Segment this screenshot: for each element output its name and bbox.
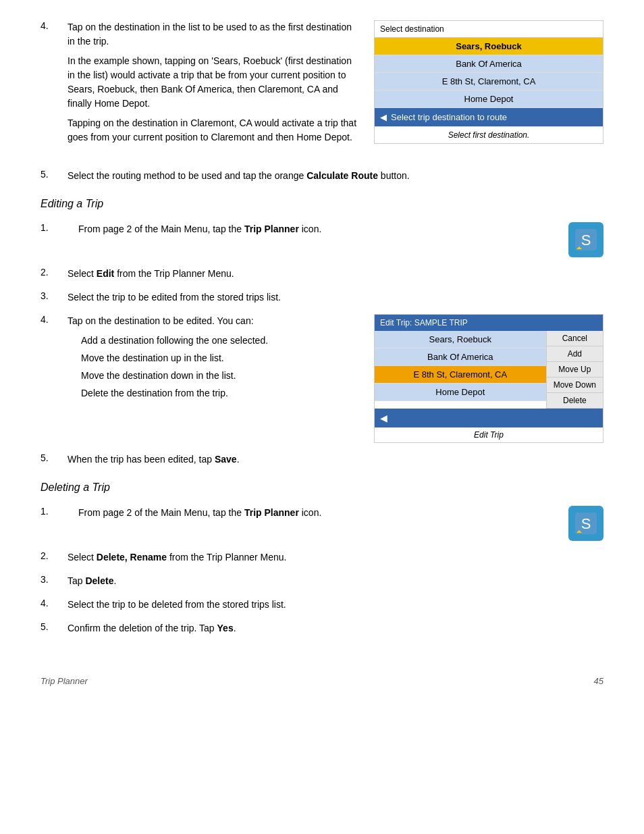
- edit-step4: 4. Tap on the destination to be edited. …: [41, 314, 360, 406]
- del-step5-number: 5.: [41, 621, 68, 632]
- del-s2-bold: Delete, Rename: [97, 552, 167, 563]
- edit-trip-title: Edit Trip: SAMPLE TRIP: [375, 315, 603, 331]
- del-step2-text: Select Delete, Rename from the Trip Plan…: [68, 550, 603, 565]
- del-s5-t2: .: [234, 623, 236, 633]
- edit-step1-row: 1. From page 2 of the Main Menu, tap the…: [41, 222, 603, 257]
- step4: 4. Tap on the destination in the list to…: [41, 20, 360, 150]
- edit-trip-footer: Edit Trip: [375, 427, 603, 442]
- edit-trip-body: Sears, Roebuck Bank Of America E 8th St,…: [375, 331, 603, 409]
- del-s3-t1: Tap: [68, 575, 85, 586]
- edit-step1-t2: icon.: [299, 224, 321, 234]
- step4-para1: Tap on the destination in the list to be…: [68, 20, 360, 49]
- step4-para3: Tapping on the destination in Claremont,…: [68, 116, 360, 145]
- del-step1-number: 1.: [41, 506, 68, 517]
- move-down-btn[interactable]: Move Down: [547, 377, 603, 393]
- step5-text1: Select the routing method to be used and…: [68, 170, 306, 181]
- edit-step4-intro: Tap on the destination to be edited. You…: [68, 314, 360, 328]
- footer-right: 45: [594, 676, 603, 686]
- step4-content: Tap on the destination in the list to be…: [68, 20, 360, 150]
- dest-row-homedepot: Home Depot: [375, 90, 603, 108]
- edit-step4-text-col: 4. Tap on the destination to be edited. …: [41, 314, 360, 415]
- svg-text:S: S: [581, 232, 591, 249]
- del-step1-text: From page 2 of the Main Menu, tap the Tr…: [78, 506, 558, 520]
- delete-btn[interactable]: Delete: [547, 393, 603, 409]
- del-s1-bold: Trip Planner: [244, 507, 299, 518]
- step5-text2: button.: [378, 170, 410, 181]
- edit-step1-t1: From page 2 of the Main Menu, tap the: [78, 224, 244, 234]
- del-s1-t2: icon.: [299, 507, 321, 518]
- edit-step4-content: Tap on the destination to be edited. You…: [68, 314, 360, 406]
- editing-heading: Editing a Trip: [41, 198, 603, 210]
- edit-step1-bold: Trip Planner: [244, 224, 299, 234]
- step5-number: 5.: [41, 169, 68, 180]
- deleting-section: Deleting a Trip 1. From page 2 of the Ma…: [41, 481, 603, 635]
- edit-step4-sublist: Add a destination following the one sele…: [68, 334, 360, 400]
- cancel-btn[interactable]: Cancel: [547, 331, 603, 346]
- edit-step4-block: 4. Tap on the destination to be edited. …: [41, 314, 603, 443]
- dest-action-label: Select trip destination to route: [391, 112, 507, 122]
- deleting-heading: Deleting a Trip: [41, 481, 603, 494]
- edit-trip-mock: Edit Trip: SAMPLE TRIP Sears, Roebuck Ba…: [374, 314, 603, 443]
- edit-step2-text: Select Edit from the Trip Planner Menu.: [68, 267, 603, 281]
- edit-step3-text: Select the trip to be edited from the st…: [68, 290, 603, 305]
- edit-row-claremont: E 8th St, Claremont, CA: [375, 366, 546, 384]
- edit-trip-buttons: Cancel Add Move Up Move Down Delete: [546, 331, 603, 409]
- edit-step5-number: 5.: [41, 452, 68, 463]
- del-s3-bold: Delete: [85, 575, 113, 586]
- edit-step5: 5. When the trip has been edited, tap Sa…: [41, 452, 603, 467]
- trip-planner-svg: S: [574, 228, 598, 252]
- del-step4: 4. Select the trip to be deleted from th…: [41, 598, 603, 612]
- trip-planner-svg2: S: [574, 511, 598, 536]
- add-btn[interactable]: Add: [547, 346, 603, 362]
- step5-content: Select the routing method to be used and…: [68, 169, 603, 183]
- del-step2-number: 2.: [41, 550, 68, 561]
- sub-item-moveup: Move the destination up in the list.: [81, 351, 360, 365]
- del-s2-t1: Select: [68, 552, 97, 563]
- del-s1-t1: From page 2 of the Main Menu, tap the: [78, 507, 244, 518]
- select-dest-title: Select destination: [375, 21, 603, 38]
- step4-text: 4. Tap on the destination in the list to…: [41, 20, 360, 159]
- del-step2: 2. Select Delete, Rename from the Trip P…: [41, 550, 603, 565]
- step4-block: 4. Tap on the destination in the list to…: [41, 20, 603, 159]
- del-s2-t2: from the Trip Planner Menu.: [167, 552, 286, 563]
- sub-item-delete: Delete the destination from the trip.: [81, 386, 360, 400]
- edit-step2-number: 2.: [41, 267, 68, 278]
- edit-step3: 3. Select the trip to be edited from the…: [41, 290, 603, 305]
- edit-s5-t1: When the trip has been edited, tap: [68, 454, 215, 465]
- del-step1-row: 1. From page 2 of the Main Menu, tap the…: [41, 506, 603, 541]
- step5: 5. Select the routing method to be used …: [41, 169, 603, 183]
- edit-trip-bottom-bar: ◀: [375, 409, 603, 427]
- edit-arrow-left-icon: ◀: [380, 413, 387, 423]
- trip-planner-icon-edit: S: [568, 222, 603, 257]
- edit-row-boa: Bank Of America: [375, 348, 546, 366]
- del-s5-bold: Yes: [217, 623, 234, 633]
- edit-s2-bold: Edit: [97, 268, 114, 279]
- step5-bold: Calculate Route: [306, 170, 378, 181]
- edit-s5-t2: .: [237, 454, 240, 465]
- svg-text:S: S: [581, 515, 591, 532]
- move-up-btn[interactable]: Move Up: [547, 362, 603, 377]
- edit-step2: 2. Select Edit from the Trip Planner Men…: [41, 267, 603, 281]
- del-step3-number: 3.: [41, 574, 68, 585]
- edit-row-homedepot: Home Depot: [375, 384, 546, 401]
- edit-s2-t1: Select: [68, 268, 97, 279]
- del-step3: 3. Tap Delete.: [41, 574, 603, 588]
- edit-trip-list: Sears, Roebuck Bank Of America E 8th St,…: [375, 331, 546, 409]
- del-s5-t1: Confirm the deletion of the trip. Tap: [68, 623, 217, 633]
- edit-s5-bold: Save: [215, 454, 237, 465]
- select-destination-ui: Select destination Sears, Roebuck Bank O…: [374, 20, 603, 144]
- dest-row-boa: Bank Of America: [375, 55, 603, 73]
- edit-step1-text: From page 2 of the Main Menu, tap the Tr…: [78, 222, 558, 236]
- edit-step3-number: 3.: [41, 290, 68, 301]
- edit-trip-ui: Edit Trip: SAMPLE TRIP Sears, Roebuck Ba…: [374, 314, 603, 443]
- trip-planner-icon-delete: S: [568, 506, 603, 541]
- select-dest-mock: Select destination Sears, Roebuck Bank O…: [374, 20, 603, 144]
- sub-item-add: Add a destination following the one sele…: [81, 334, 360, 348]
- del-step4-text: Select the trip to be deleted from the s…: [68, 598, 603, 612]
- select-dest-footer: Select first destination.: [375, 127, 603, 143]
- dest-action-row: ◀ Select trip destination to route: [375, 108, 603, 127]
- del-s3-t2: .: [114, 575, 117, 586]
- page-content: 4. Tap on the destination in the list to…: [41, 20, 603, 686]
- dest-row-sears: Sears, Roebuck: [375, 38, 603, 55]
- editing-section: Editing a Trip 1. From page 2 of the Mai…: [41, 198, 603, 467]
